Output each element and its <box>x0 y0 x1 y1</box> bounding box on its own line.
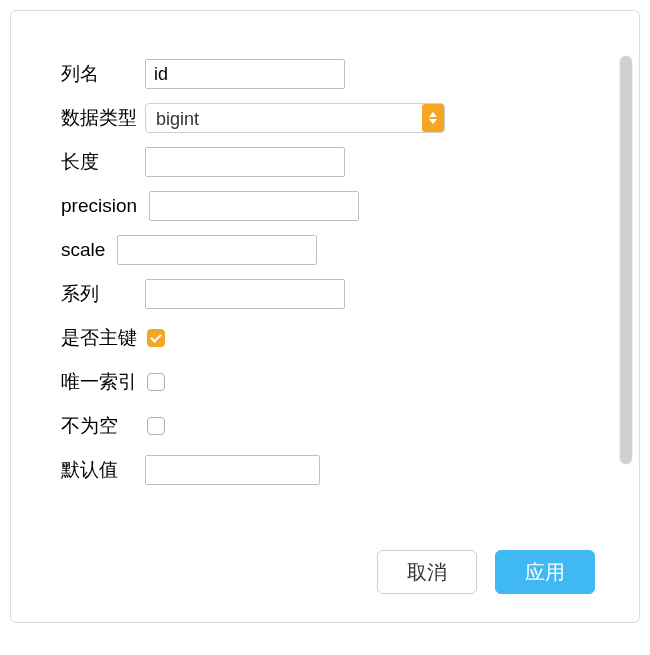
checkbox-not-null[interactable] <box>147 417 165 435</box>
row-unique-index: 唯一索引 <box>61 367 599 397</box>
select-data-type-value[interactable]: bigint <box>145 103 445 133</box>
form-scroll-area: 列名 数据类型 bigint 长度 precision scale <box>11 11 639 492</box>
scrollbar-thumb[interactable] <box>620 56 632 464</box>
dialog-button-bar: 取消 应用 <box>377 550 595 594</box>
row-primary-key: 是否主键 <box>61 323 599 353</box>
row-data-type: 数据类型 bigint <box>61 103 599 133</box>
checkbox-primary-key[interactable] <box>147 329 165 347</box>
apply-button[interactable]: 应用 <box>495 550 595 594</box>
label-default-value: 默认值 <box>61 457 139 483</box>
row-not-null: 不为空 <box>61 411 599 441</box>
scrollbar-track[interactable] <box>619 55 633 465</box>
input-length[interactable] <box>145 147 345 177</box>
checkbox-unique-index[interactable] <box>147 373 165 391</box>
label-not-null: 不为空 <box>61 413 139 439</box>
label-primary-key: 是否主键 <box>61 325 139 351</box>
row-sequence: 系列 <box>61 279 599 309</box>
chevron-updown-icon[interactable] <box>422 104 444 132</box>
input-scale[interactable] <box>117 235 317 265</box>
column-edit-dialog: 列名 数据类型 bigint 长度 precision scale <box>10 10 640 623</box>
row-default-value: 默认值 <box>61 455 599 485</box>
select-data-type[interactable]: bigint <box>145 103 445 133</box>
label-scale: scale <box>61 239 105 261</box>
row-precision: precision <box>61 191 599 221</box>
row-length: 长度 <box>61 147 599 177</box>
label-length: 长度 <box>61 149 139 175</box>
row-scale: scale <box>61 235 599 265</box>
row-column-name: 列名 <box>61 59 599 89</box>
label-precision: precision <box>61 195 137 217</box>
input-sequence[interactable] <box>145 279 345 309</box>
label-sequence: 系列 <box>61 281 139 307</box>
input-default-value[interactable] <box>145 455 320 485</box>
cancel-button[interactable]: 取消 <box>377 550 477 594</box>
input-column-name[interactable] <box>145 59 345 89</box>
label-data-type: 数据类型 <box>61 105 139 131</box>
label-column-name: 列名 <box>61 61 139 87</box>
input-precision[interactable] <box>149 191 359 221</box>
label-unique-index: 唯一索引 <box>61 369 139 395</box>
